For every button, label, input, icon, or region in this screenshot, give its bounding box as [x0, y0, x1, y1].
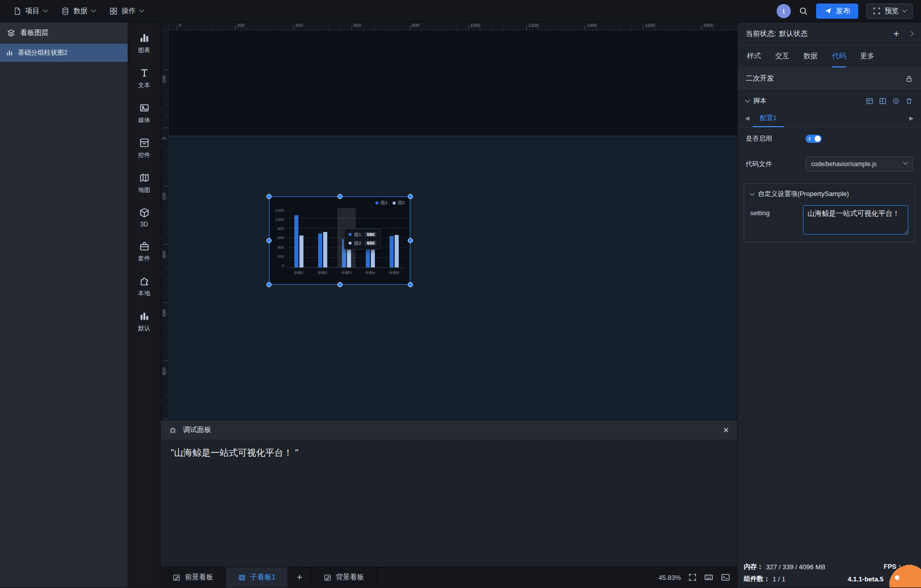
selection-handle[interactable]: [337, 194, 342, 199]
legend-item[interactable]: 值1: [375, 200, 388, 206]
close-icon[interactable]: ×: [723, 425, 729, 435]
code-file-select[interactable]: code/behavior/sample.js: [805, 156, 913, 172]
tool-chart[interactable]: 图表: [128, 26, 160, 61]
zoom-level[interactable]: 45.83%: [659, 574, 681, 581]
board-tab-label: 背景看板: [336, 573, 364, 582]
tab-foreground-board[interactable]: 前景看板: [161, 567, 226, 587]
add-state-button[interactable]: +: [893, 29, 899, 39]
selection-handle[interactable]: [408, 194, 413, 199]
layer-item[interactable]: 基础分组柱状图2: [0, 44, 128, 62]
table-icon[interactable]: [866, 97, 873, 105]
ruler-corner: [161, 22, 169, 30]
tool-label: 本地: [138, 289, 150, 298]
menu-project[interactable]: 项目: [8, 4, 52, 19]
selection-handle[interactable]: [408, 238, 413, 243]
x-tick-label: 示例2: [317, 270, 327, 276]
tool-widget[interactable]: 控件: [128, 131, 160, 166]
chevron-right-icon[interactable]: [909, 31, 914, 36]
setting-field-row: setting 山海鲸是一站式可视化平台！: [744, 204, 914, 242]
cube-3d-icon: [139, 208, 149, 218]
tool-kit[interactable]: 套件: [128, 234, 160, 269]
plus-circle-icon[interactable]: [892, 97, 900, 105]
tool-media[interactable]: 媒体: [128, 96, 160, 131]
tab-scroll-left-icon[interactable]: ◀: [742, 109, 753, 127]
chart-x-axis: 示例1示例2示例3示例4示例5: [287, 270, 406, 276]
lock-icon[interactable]: [905, 75, 913, 83]
ruler-label-v: 600: [162, 305, 167, 321]
topbar-right: t 发布 预览: [777, 4, 913, 19]
tab-more[interactable]: 更多: [860, 46, 874, 67]
canvas[interactable]: 值1值2 120010008006004002000 示例1示例2示例3示例4示…: [169, 30, 737, 420]
trash-icon[interactable]: [905, 97, 913, 105]
tool-label: 图表: [138, 46, 150, 55]
keyboard-icon[interactable]: [704, 573, 713, 582]
publish-label: 发布: [836, 7, 850, 16]
chart-tooltip: 值1:580值2:650: [344, 228, 381, 250]
status-bar: 内存： 327 / 339 / 4096 MB FPS： 60 组件数： 1 /…: [738, 555, 921, 587]
selection-handle[interactable]: [408, 282, 413, 287]
menu-label: 数据: [73, 7, 88, 16]
enable-toggle[interactable]: [805, 135, 822, 143]
tool-3d[interactable]: 3D: [128, 201, 160, 234]
workspace: 020040060080010001200140016001800 -20002…: [161, 22, 737, 587]
tool-label: 控件: [138, 151, 150, 160]
sub-board-icon: [238, 574, 246, 581]
menu-data[interactable]: 数据: [56, 4, 100, 19]
tab-config1[interactable]: 配置1: [753, 109, 784, 127]
text-icon: [139, 68, 149, 78]
layout-icon[interactable]: [879, 97, 887, 105]
fit-screen-icon[interactable]: [688, 573, 697, 581]
section-title: 二次开发: [746, 74, 774, 83]
tab-code[interactable]: 代码: [832, 46, 846, 67]
bar-chart-icon: [6, 49, 13, 56]
terminal-icon[interactable]: [721, 573, 730, 582]
mini-chart: 120010008006004002000: [274, 208, 406, 268]
chevron-down-icon: [902, 8, 907, 13]
tool-text[interactable]: 文本: [128, 61, 160, 96]
tool-default[interactable]: 默认: [128, 304, 160, 339]
legend-item[interactable]: 值2: [393, 200, 405, 206]
selection-handle[interactable]: [266, 282, 272, 287]
inspector-header: 当前状态: 默认状态 +: [738, 22, 921, 46]
tab-scroll-right-icon[interactable]: ▶: [906, 109, 917, 127]
chart-icon: [139, 33, 149, 43]
search-icon[interactable]: [799, 7, 808, 16]
tab-data[interactable]: 数据: [803, 46, 818, 67]
tool-local[interactable]: 本地: [128, 269, 160, 304]
current-state-label: 当前状态:: [746, 29, 776, 38]
selected-chart-widget[interactable]: 值1值2 120010008006004002000 示例1示例2示例3示例4示…: [269, 197, 410, 285]
board-tab-label: 子看板1: [250, 573, 276, 582]
menu-actions[interactable]: 操作: [104, 4, 148, 19]
artboard[interactable]: [169, 136, 737, 420]
component-toolbox: 图表 文本 媒体 控件 地图 3D 套件 本地: [128, 22, 161, 587]
publish-button[interactable]: 发布: [816, 4, 858, 19]
tab-style[interactable]: 样式: [747, 46, 761, 67]
layers-panel: 看板图层 基础分组柱状图2: [0, 22, 128, 587]
avatar[interactable]: t: [777, 4, 791, 18]
menu-label: 项目: [25, 7, 40, 16]
edit-board-icon: [173, 574, 180, 581]
preview-button[interactable]: 预览: [866, 4, 913, 19]
tab-sub-board-1[interactable]: 子看板1: [226, 567, 288, 587]
setting-textarea[interactable]: 山海鲸是一站式可视化平台！: [803, 205, 908, 234]
selection-handle[interactable]: [266, 194, 272, 199]
collapse-caret-icon[interactable]: [745, 97, 750, 102]
enable-label: 是否启用: [746, 134, 805, 143]
tooltip-series-name: 值1:: [354, 231, 363, 238]
bar: [323, 232, 327, 267]
layers-panel-title: 看板图层: [20, 28, 49, 37]
tab-background-board[interactable]: 背景看板: [312, 567, 377, 587]
collapse-caret-icon[interactable]: [750, 190, 755, 195]
tab-interaction[interactable]: 交互: [775, 46, 789, 67]
script-section-title: 脚本: [753, 96, 766, 105]
tool-map[interactable]: 地图: [128, 166, 160, 201]
memory-value: 327 / 339 / 4096 MB: [766, 563, 825, 571]
selection-handle[interactable]: [266, 238, 272, 243]
selection-handle[interactable]: [337, 282, 342, 287]
debug-panel-title: 调试面板: [183, 425, 211, 435]
ruler-label-h: 0: [179, 23, 181, 28]
paper-plane-icon: [824, 7, 832, 15]
y-tick-label: 1000: [275, 217, 284, 222]
database-icon: [61, 7, 69, 15]
add-board-button[interactable]: +: [288, 567, 312, 587]
